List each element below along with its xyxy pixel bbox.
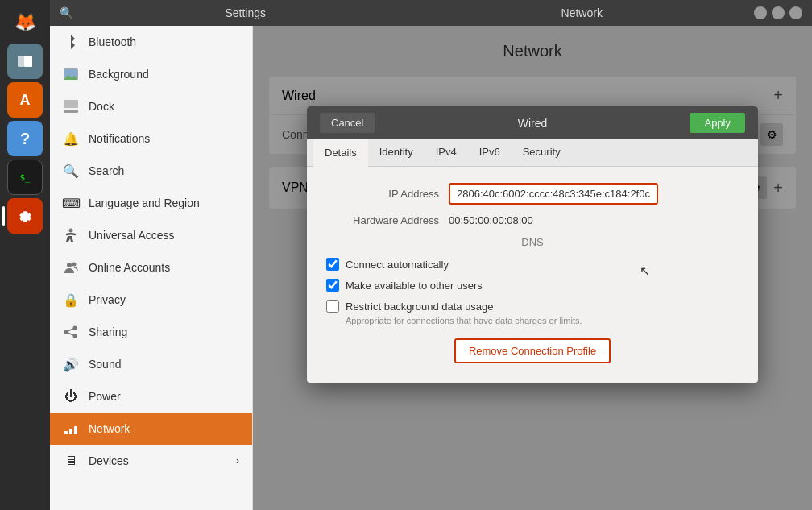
sidebar-item-bluetooth[interactable]: Bluetooth bbox=[50, 26, 252, 58]
svg-point-7 bbox=[69, 229, 73, 233]
connect-auto-row: Connect automatically bbox=[326, 258, 739, 271]
make-available-row: Make available to other users bbox=[326, 279, 739, 292]
sound-icon: 🔊 bbox=[63, 356, 79, 372]
sidebar-label-background: Background bbox=[89, 68, 239, 81]
search-icon-sidebar: 🔍 bbox=[63, 163, 79, 179]
tab-ipv4[interactable]: IPv4 bbox=[425, 139, 468, 166]
ip-address-row: IP Address 2806:40c:6002:cccc:48c3:345e:… bbox=[326, 183, 739, 205]
make-available-label[interactable]: Make available to other users bbox=[346, 280, 483, 292]
dock-terminal[interactable]: $_ bbox=[7, 160, 43, 195]
close-button[interactable] bbox=[789, 6, 802, 19]
sidebar-label-sharing: Sharing bbox=[89, 325, 239, 338]
dialog-apply-button[interactable]: Apply bbox=[690, 113, 745, 133]
sidebar-label-dock: Dock bbox=[89, 100, 239, 113]
sidebar-item-dock[interactable]: Dock bbox=[50, 90, 252, 122]
tab-details[interactable]: Details bbox=[313, 139, 368, 167]
background-icon bbox=[63, 66, 79, 82]
application-dock: 🦊 A ? $_ bbox=[0, 0, 50, 510]
hardware-address-row: Hardware Address 00:50:00:00:08:00 bbox=[326, 214, 739, 226]
sidebar-label-power: Power bbox=[89, 390, 239, 403]
sidebar-label-sound: Sound bbox=[89, 358, 239, 371]
network-panel: Network Wired + Connected ON ⚙ VPN ⚙ + bbox=[253, 26, 812, 510]
network-icon bbox=[63, 421, 79, 437]
dialog-cancel-button[interactable]: Cancel bbox=[320, 113, 375, 133]
sidebar-label-search: Search bbox=[89, 164, 239, 177]
sidebar-item-power[interactable]: ⏻ Power bbox=[50, 380, 252, 413]
dialog-title: Wired bbox=[383, 117, 682, 130]
svg-rect-5 bbox=[64, 100, 78, 108]
sidebar-item-universal-access[interactable]: Universal Access bbox=[50, 219, 252, 251]
dock-icon-sidebar bbox=[63, 98, 79, 114]
sidebar-item-search[interactable]: 🔍 Search bbox=[50, 155, 252, 187]
privacy-icon: 🔒 bbox=[63, 292, 79, 308]
restrict-data-sublabel: Appropriate for connections that have da… bbox=[346, 316, 739, 325]
search-icon: 🔍 bbox=[60, 6, 73, 19]
svg-point-11 bbox=[73, 326, 77, 330]
restrict-data-checkbox[interactable] bbox=[326, 300, 339, 313]
tab-ipv6[interactable]: IPv6 bbox=[468, 139, 512, 166]
sidebar-item-sound[interactable]: 🔊 Sound bbox=[50, 348, 252, 380]
sidebar-item-online-accounts[interactable]: Online Accounts bbox=[50, 251, 252, 284]
svg-point-8 bbox=[67, 263, 72, 267]
content-area: Bluetooth Background Dock 🔔 Notification… bbox=[50, 26, 812, 510]
connect-auto-checkbox[interactable] bbox=[326, 258, 339, 271]
sidebar-label-privacy: Privacy bbox=[89, 293, 239, 306]
sidebar-item-network[interactable]: Network bbox=[50, 413, 252, 445]
bluetooth-icon bbox=[63, 34, 79, 50]
svg-rect-6 bbox=[64, 110, 78, 113]
maximize-button[interactable] bbox=[772, 6, 785, 19]
ip-address-value: 2806:40c:6002:cccc:48c3:345e:c184:2f0c bbox=[449, 183, 658, 205]
window-controls bbox=[754, 6, 802, 19]
svg-rect-16 bbox=[69, 429, 72, 434]
dialog-titlebar: Cancel Wired Apply bbox=[307, 106, 758, 139]
ip-address-label: IP Address bbox=[326, 188, 439, 200]
dock-settings[interactable] bbox=[7, 198, 43, 234]
sidebar-item-notifications[interactable]: 🔔 Notifications bbox=[50, 122, 252, 155]
svg-line-13 bbox=[68, 329, 73, 331]
svg-rect-17 bbox=[74, 426, 77, 434]
svg-point-12 bbox=[73, 334, 77, 338]
svg-line-14 bbox=[68, 333, 73, 335]
dialog-body: IP Address 2806:40c:6002:cccc:48c3:345e:… bbox=[307, 167, 758, 383]
sidebar-item-devices[interactable]: 🖥 Devices › bbox=[50, 445, 252, 477]
hardware-address-label: Hardware Address bbox=[326, 214, 439, 226]
sidebar-item-privacy[interactable]: 🔒 Privacy bbox=[50, 284, 252, 316]
make-available-checkbox[interactable] bbox=[326, 279, 339, 292]
bell-icon: 🔔 bbox=[63, 131, 79, 147]
window-title: Settings bbox=[81, 6, 410, 19]
svg-rect-15 bbox=[64, 431, 68, 434]
sidebar-item-sharing[interactable]: Sharing bbox=[50, 316, 252, 348]
access-icon bbox=[63, 227, 79, 243]
tab-security[interactable]: Security bbox=[512, 139, 572, 166]
dock-files[interactable] bbox=[7, 44, 43, 79]
sidebar-label-universal-access: Universal Access bbox=[89, 229, 239, 242]
power-icon: ⏻ bbox=[63, 388, 79, 404]
sidebar-label-language: Language and Region bbox=[89, 197, 239, 209]
dialog-tabs: Details Identity IPv4 IPv6 Security bbox=[307, 139, 758, 167]
dock-firefox[interactable]: 🦊 bbox=[7, 5, 43, 40]
hardware-address-value: 00:50:00:00:08:00 bbox=[449, 214, 533, 226]
devices-chevron-icon: › bbox=[236, 455, 239, 466]
sidebar-label-bluetooth: Bluetooth bbox=[89, 35, 239, 48]
connect-auto-label[interactable]: Connect automatically bbox=[346, 259, 449, 271]
restrict-data-row: Restrict background data usage bbox=[326, 300, 739, 313]
restrict-data-label[interactable]: Restrict background data usage bbox=[346, 301, 494, 313]
tab-identity[interactable]: Identity bbox=[368, 139, 425, 166]
svg-rect-3 bbox=[64, 69, 77, 77]
sidebar-item-background[interactable]: Background bbox=[50, 58, 252, 90]
main-window: 🔍 Settings Network Bluetooth Background bbox=[50, 0, 812, 510]
sidebar-label-devices: Devices bbox=[89, 454, 226, 467]
panel-title-header: Network bbox=[418, 6, 747, 19]
sharing-icon bbox=[63, 324, 79, 340]
sidebar-label-notifications: Notifications bbox=[89, 132, 239, 145]
svg-point-9 bbox=[72, 263, 77, 267]
dns-label: DNS bbox=[326, 236, 739, 248]
dock-help[interactable]: ? bbox=[7, 121, 43, 156]
remove-connection-button[interactable]: Remove Connection Profile bbox=[454, 338, 611, 363]
titlebar: 🔍 Settings Network bbox=[50, 0, 812, 26]
minimize-button[interactable] bbox=[754, 6, 767, 19]
svg-rect-1 bbox=[24, 56, 32, 67]
dock-software[interactable]: A bbox=[7, 82, 43, 118]
accounts-icon bbox=[63, 259, 79, 276]
sidebar-item-language[interactable]: ⌨ Language and Region bbox=[50, 187, 252, 219]
